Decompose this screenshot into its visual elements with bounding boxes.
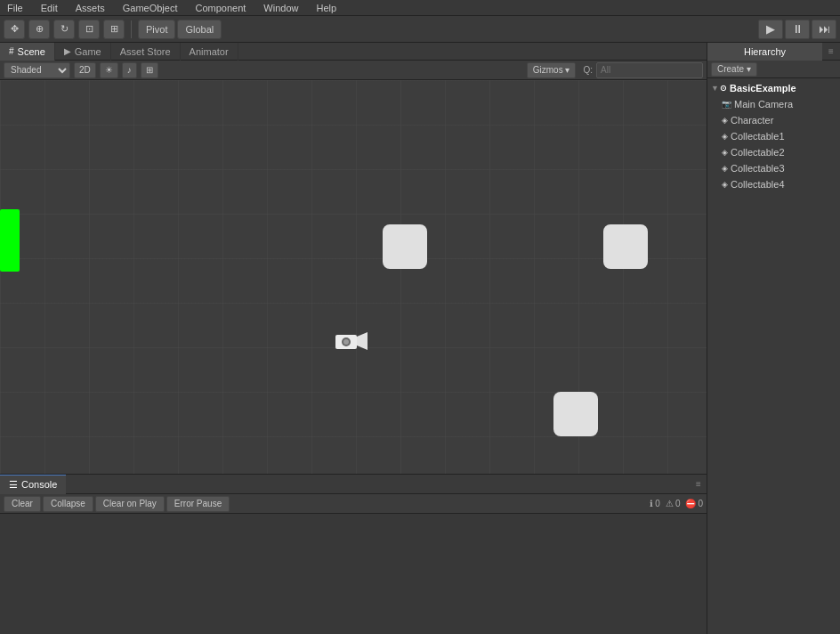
console-collapse-button[interactable]: Collapse [43, 496, 93, 512]
hierarchy-arrow-basicexample: ▼ [711, 84, 720, 93]
console-content [0, 514, 707, 634]
hierarchy-item-collectable2[interactable]: ◈ Collectable2 [707, 144, 840, 160]
collectable3-icon: ◈ [722, 164, 728, 173]
main-layout: # Scene ▶ Game Asset Store Animator Shad… [0, 43, 840, 634]
hierarchy-menu-button[interactable]: ≡ [822, 43, 840, 61]
scene-search-input[interactable] [596, 62, 703, 78]
cube-object-1[interactable] [383, 224, 427, 269]
svg-marker-1 [357, 332, 368, 350]
svg-point-3 [343, 339, 349, 345]
global-button[interactable]: Global [177, 20, 222, 39]
scene-tab-label: Scene [18, 46, 45, 57]
collectable4-icon: ◈ [722, 180, 728, 189]
menu-help[interactable]: Help [312, 3, 340, 13]
hierarchy-label-collectable1: Collectable1 [731, 131, 785, 142]
asset-store-tab-label: Asset Store [120, 46, 171, 57]
console-toolbar: Clear Collapse Clear on Play Error Pause… [0, 494, 707, 514]
search-prefix-label: Q: [583, 65, 593, 75]
pause-button[interactable]: ⏸ [785, 20, 810, 39]
warn-count-badge: ⚠ 0 [666, 499, 681, 508]
camera-scene-icon [334, 328, 369, 354]
cube-object-3[interactable] [553, 392, 598, 436]
hierarchy-tab[interactable]: Hierarchy [707, 43, 822, 61]
cube-object-2[interactable] [603, 224, 648, 269]
hierarchy-label-basicexample: BasicExample [730, 83, 796, 93]
camera-icon: 📷 [722, 100, 731, 109]
game-tab-icon: ▶ [64, 46, 71, 56]
hierarchy-create-bar: Create ▾ [707, 61, 840, 78]
console-error-pause-button[interactable]: Error Pause [166, 496, 230, 512]
camera-svg [334, 328, 369, 354]
console-clear-on-play-button[interactable]: Clear on Play [95, 496, 165, 512]
menu-window[interactable]: Window [260, 3, 302, 13]
hierarchy-item-character[interactable]: ◈ Character [707, 112, 840, 128]
toolbar: ✥ ⊕ ↻ ⊡ ⊞ Pivot Global ▶ ⏸ ⏭ [0, 16, 840, 43]
console-clear-button[interactable]: Clear [4, 496, 41, 512]
scene-tab-bar: # Scene ▶ Game Asset Store Animator [0, 43, 707, 61]
green-collectable [0, 209, 20, 272]
error-count-badge: ⛔ 0 [685, 499, 703, 508]
play-button[interactable]: ▶ [758, 20, 783, 39]
left-area: # Scene ▶ Game Asset Store Animator Shad… [0, 43, 707, 634]
tab-game[interactable]: ▶ Game [55, 43, 111, 61]
2d-label: 2D [79, 65, 91, 75]
scene-grid [0, 80, 707, 474]
right-panel: Hierarchy ≡ Create ▾ ▼ ⊙ BasicExample 📷 … [707, 43, 840, 634]
scene-toolbar: Shaded Wireframe 2D ☀ ♪ ⊞ Gizmos ▾ Q: [0, 61, 707, 80]
hierarchy-label-collectable3: Collectable3 [731, 163, 785, 174]
hierarchy-create-button[interactable]: Create ▾ [711, 62, 757, 77]
hand-tool-button[interactable]: ✥ [4, 20, 25, 39]
console-tab-bar: ☰ Console ≡ [0, 475, 707, 494]
tab-asset-store[interactable]: Asset Store [111, 43, 181, 61]
scale-tool-button[interactable]: ⊡ [78, 20, 100, 39]
hierarchy-item-collectable3[interactable]: ◈ Collectable3 [707, 160, 840, 176]
menu-edit[interactable]: Edit [37, 3, 61, 13]
menu-file[interactable]: File [4, 3, 27, 13]
tab-scene[interactable]: # Scene [0, 43, 55, 61]
effects-button[interactable]: ⊞ [141, 62, 158, 78]
hierarchy-item-basicexample[interactable]: ▼ ⊙ BasicExample [707, 80, 840, 96]
character-icon: ◈ [722, 116, 728, 125]
rotate-tool-button[interactable]: ↻ [53, 20, 75, 39]
tab-console[interactable]: ☰ Console [0, 475, 66, 494]
scene-tab-icon: # [9, 46, 14, 56]
hierarchy-item-maincamera[interactable]: 📷 Main Camera [707, 96, 840, 112]
collectable2-icon: ◈ [722, 148, 728, 157]
hierarchy-label-maincamera: Main Camera [734, 99, 793, 110]
hierarchy-label-character: Character [731, 115, 773, 126]
hierarchy-item-collectable4[interactable]: ◈ Collectable4 [707, 176, 840, 192]
hierarchy-item-collectable1[interactable]: ◈ Collectable1 [707, 128, 840, 144]
2d-toggle-button[interactable]: 2D [74, 62, 96, 78]
toolbar-sep1 [131, 20, 132, 38]
animator-tab-label: Animator [190, 46, 229, 57]
menu-component[interactable]: Component [191, 3, 249, 13]
gizmos-button[interactable]: Gizmos ▾ [527, 62, 577, 78]
collectable1-icon: ◈ [722, 132, 728, 141]
console-tab-icon: ☰ [9, 479, 18, 491]
step-button[interactable]: ⏭ [812, 20, 836, 39]
audio-button[interactable]: ♪ [122, 62, 137, 78]
menu-assets[interactable]: Assets [72, 3, 109, 13]
console-status: ℹ 0 ⚠ 0 ⛔ 0 [650, 499, 703, 508]
pivot-global-group: Pivot Global [138, 20, 222, 39]
scene-icon: ⊙ [720, 84, 727, 93]
pivot-button[interactable]: Pivot [138, 20, 175, 39]
game-tab-label: Game [75, 46, 101, 57]
hierarchy-label-collectable4: Collectable4 [731, 179, 785, 190]
hierarchy-label-collectable2: Collectable2 [731, 147, 785, 158]
play-controls: ▶ ⏸ ⏭ [758, 20, 836, 39]
hierarchy-tab-bar: Hierarchy ≡ [707, 43, 840, 61]
console-menu-button[interactable]: ≡ [691, 475, 707, 494]
rect-tool-button[interactable]: ⊞ [103, 20, 125, 39]
scene-view[interactable] [0, 80, 707, 474]
menu-bar: File Edit Assets GameObject Component Wi… [0, 0, 840, 16]
move-tool-button[interactable]: ⊕ [28, 20, 50, 39]
tab-animator[interactable]: Animator [181, 43, 238, 61]
hierarchy-content: ▼ ⊙ BasicExample 📷 Main Camera ◈ Charact… [707, 78, 840, 634]
lighting-button[interactable]: ☀ [100, 62, 118, 78]
shaded-dropdown[interactable]: Shaded Wireframe [4, 62, 70, 78]
console-tab-label: Console [21, 479, 57, 490]
menu-gameobject[interactable]: GameObject [119, 3, 182, 13]
info-count-badge: ℹ 0 [650, 499, 660, 508]
console-area: ☰ Console ≡ Clear Collapse Clear on Play… [0, 474, 707, 634]
